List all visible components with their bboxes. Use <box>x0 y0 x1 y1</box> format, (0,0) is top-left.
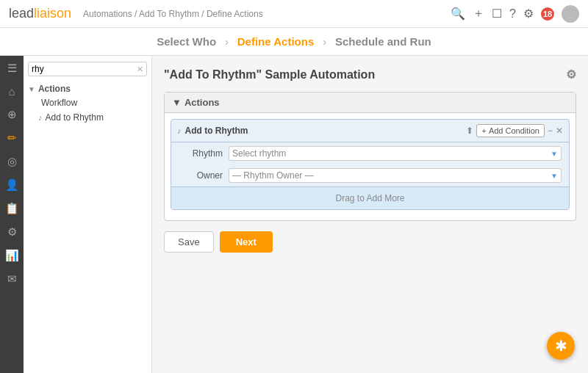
logo-lead: lead <box>9 6 34 21</box>
sidebar-add-icon[interactable]: ⊕ <box>7 108 17 121</box>
page-title: "Add To Rhythm" Sample Automation ⚙ <box>164 68 576 82</box>
field-row-rhythm: Rhythm Select rhythm ▼ <box>171 142 569 164</box>
action-music-icon: ♪ <box>177 126 182 135</box>
fab-icon: ✱ <box>555 337 567 355</box>
sidebar-home-icon[interactable]: ⌂ <box>8 85 15 98</box>
actions-header-label: Actions <box>184 97 220 108</box>
field-label-rhythm: Rhythm <box>179 148 223 159</box>
sidebar-mail-icon[interactable]: ✉ <box>7 272 17 286</box>
tree-item-workflow[interactable]: Workflow <box>28 95 147 110</box>
avatar[interactable] <box>562 5 579 23</box>
field-row-owner: Owner — Rhythm Owner — ▼ <box>171 164 569 186</box>
field-select-owner-value: — Rhythm Owner — <box>232 170 314 181</box>
page-title-text: "Add To Rhythm" Sample Automation <box>164 68 375 82</box>
save-button[interactable]: Save <box>164 231 214 253</box>
drag-area-text: Drag to Add More <box>335 193 404 203</box>
sidebar-edit-icon[interactable]: ✏ <box>7 131 17 145</box>
sidebar-menu-icon[interactable]: ☰ <box>7 62 17 75</box>
tree-header-label: Actions <box>38 84 71 94</box>
logo-liaison: liaison <box>34 6 71 21</box>
action-item-label: Add to Rhythm <box>185 126 248 136</box>
field-select-rhythm-value: Select rhythm <box>232 148 286 159</box>
sidebar-user-icon[interactable]: 👤 <box>5 178 19 192</box>
tree-item-workflow-label: Workflow <box>41 98 77 108</box>
step-select-who[interactable]: Select Who <box>157 35 216 48</box>
top-icons: 🔍 ＋ ☐ ? ⚙ 18 <box>451 5 579 23</box>
fab-button[interactable]: ✱ <box>547 332 575 360</box>
field-select-owner-arrow: ▼ <box>551 172 558 180</box>
step-arrow-1: › <box>225 36 229 48</box>
action-close-icon[interactable]: ✕ <box>556 126 563 136</box>
add-cond-icon: + <box>481 126 486 135</box>
logo: leadliaison <box>9 6 71 21</box>
search-box: ✕ <box>28 62 147 76</box>
field-select-rhythm[interactable]: Select rhythm ▼ <box>229 146 562 161</box>
top-bar: leadliaison Automations / Add To Rhythm … <box>0 0 588 28</box>
sidebar-gear-icon[interactable]: ⚙ <box>7 225 17 239</box>
notification-badge[interactable]: 18 <box>541 7 554 21</box>
actions-arrow-icon: ▼ <box>172 97 182 108</box>
action-item-controls: ⬆ + Add Condition − ✕ <box>466 124 563 137</box>
help-icon[interactable]: ? <box>509 7 516 21</box>
actions-panel: ▼ Actions ♪ Add to Rhythm ⬆ + <box>164 92 576 221</box>
drag-area[interactable]: Drag to Add More <box>171 186 569 209</box>
left-panel: ✕ ▼ Actions Workflow ♪ Add to Rhythm <box>24 56 152 373</box>
sidebar-dark: ☰ ⌂ ⊕ ✏ ◎ 👤 📋 ⚙ 📊 ✉ <box>0 56 24 373</box>
next-button[interactable]: Next <box>220 231 273 253</box>
breadcrumb-text: Automations / Add To Rhythm / Define Act… <box>83 9 263 19</box>
actions-body: ♪ Add to Rhythm ⬆ + Add Condition − ✕ <box>165 113 576 220</box>
search-input[interactable] <box>32 64 137 74</box>
step-arrow-2: › <box>323 36 326 48</box>
field-label-owner: Owner <box>179 170 223 181</box>
tree-section: ▼ Actions Workflow ♪ Add to Rhythm <box>24 79 151 128</box>
main-area: ☰ ⌂ ⊕ ✏ ◎ 👤 📋 ⚙ 📊 ✉ ✕ ▼ Actions Workflow… <box>0 56 588 373</box>
action-item: ♪ Add to Rhythm ⬆ + Add Condition − ✕ <box>171 119 570 210</box>
action-item-header: ♪ Add to Rhythm ⬆ + Add Condition − ✕ <box>171 120 569 142</box>
sidebar-list-icon[interactable]: 📋 <box>5 202 19 215</box>
window-icon[interactable]: ☐ <box>492 7 502 21</box>
rhythm-icon: ♪ <box>38 113 43 122</box>
steps-bar: Select Who › Define Actions › Schedule a… <box>0 28 588 56</box>
breadcrumb: Automations / Add To Rhythm / Define Act… <box>83 9 451 19</box>
actions-header: ▼ Actions <box>165 93 576 113</box>
tree-item-add-to-rhythm[interactable]: ♪ Add to Rhythm <box>28 110 147 125</box>
btn-row: Save Next <box>164 231 576 253</box>
step-schedule-run[interactable]: Schedule and Run <box>335 35 431 48</box>
search-icon[interactable]: 🔍 <box>451 7 465 21</box>
add-cond-label: Add Condition <box>489 126 539 135</box>
sidebar-chart-icon[interactable]: 📊 <box>5 249 19 262</box>
tree-header-actions[interactable]: ▼ Actions <box>28 82 147 95</box>
step-define-actions[interactable]: Define Actions <box>237 35 314 48</box>
sidebar-globe-icon[interactable]: ◎ <box>7 155 17 168</box>
field-select-owner[interactable]: — Rhythm Owner — ▼ <box>229 168 562 183</box>
page-settings-icon[interactable]: ⚙ <box>566 68 576 82</box>
action-item-title: ♪ Add to Rhythm <box>177 126 248 136</box>
add-condition-button[interactable]: + Add Condition <box>476 124 545 137</box>
settings-icon[interactable]: ⚙ <box>523 7 534 21</box>
action-upload-icon[interactable]: ⬆ <box>466 126 473 136</box>
action-minus-icon[interactable]: − <box>548 126 553 136</box>
tree-item-rhythm-label: Add to Rhythm <box>46 112 104 123</box>
search-clear-icon[interactable]: ✕ <box>137 65 143 74</box>
content-area: "Add To Rhythm" Sample Automation ⚙ ▼ Ac… <box>152 56 588 373</box>
field-select-rhythm-arrow: ▼ <box>551 150 558 158</box>
tree-arrow-icon: ▼ <box>28 85 35 93</box>
add-icon[interactable]: ＋ <box>473 6 484 21</box>
